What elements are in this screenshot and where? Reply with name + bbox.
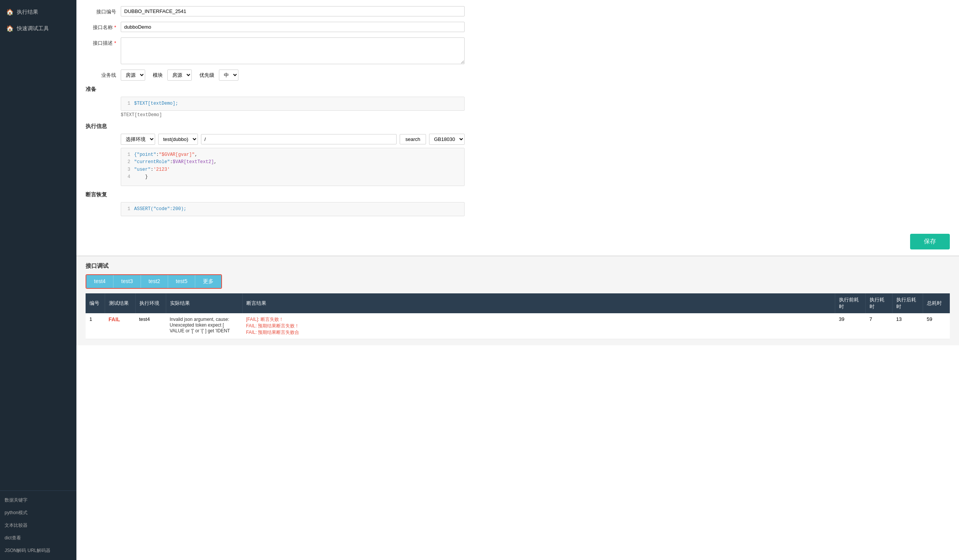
table-row: 1 FAIL test4 Invalid json argument, caus… bbox=[86, 313, 950, 339]
code-line-3: 3 "user":'2123' bbox=[124, 166, 461, 173]
code-content-4: } bbox=[134, 173, 148, 181]
interface-desc-row: 接口描述 bbox=[86, 37, 950, 64]
code-content-3: "user":'2123' bbox=[134, 166, 170, 173]
prepare-code-preview: $TEXT[textDemo] bbox=[121, 112, 465, 118]
sidebar-json-decode[interactable]: JSON解码 URL解码器 bbox=[0, 544, 76, 557]
th-result: 测试结果 bbox=[105, 293, 135, 313]
interface-number-row: 接口编号 bbox=[86, 6, 950, 16]
exec-env-select[interactable]: 选择环境 bbox=[121, 134, 155, 145]
prepare-code-line: 1 $TEXT[textDemo]; bbox=[124, 100, 461, 107]
env-tab-test3[interactable]: test3 bbox=[113, 275, 141, 288]
save-button[interactable]: 保存 bbox=[910, 234, 950, 249]
th-assert: 断言结果 bbox=[242, 293, 835, 313]
form-section: 接口编号 接口名称 接口描述 业务线 房源 模块 房源 优先级 bbox=[76, 0, 959, 228]
interface-desc-textarea[interactable] bbox=[121, 37, 465, 64]
td-post-time: 13 bbox=[893, 313, 923, 339]
code-line-4: 4 } bbox=[124, 173, 461, 181]
sidebar-text-compare[interactable]: 文本比较器 bbox=[0, 519, 76, 532]
code-content-2: "currentRole":$VAR[textText2], bbox=[134, 159, 217, 166]
assertion-code-editor[interactable]: 1 ASSERT("code":200); bbox=[121, 202, 465, 216]
actual-text: Invalid json argument, cause: Unexcepted… bbox=[170, 317, 230, 333]
interface-number-input[interactable] bbox=[121, 6, 465, 16]
td-pre-time: 39 bbox=[835, 313, 866, 339]
th-env: 执行环境 bbox=[135, 293, 166, 313]
td-assert: [FAIL]: 断言失败！ FAIL: 预期结果断言失败！ FAIL: 预期结果… bbox=[242, 313, 835, 339]
sidebar-item-quick-debug[interactable]: 🏠 快速调试工具 bbox=[0, 20, 76, 37]
dict-view-label: dict查看 bbox=[5, 535, 21, 541]
data-keyword-label: 数据关键字 bbox=[5, 497, 28, 503]
th-pre-time: 执行前耗时 bbox=[835, 293, 866, 313]
prepare-title: 准备 bbox=[86, 86, 950, 93]
interface-name-label: 接口名称 bbox=[86, 22, 116, 31]
env-tab-test4[interactable]: test4 bbox=[86, 275, 113, 288]
business-line-label: 业务线 bbox=[86, 70, 116, 79]
business-module-row: 业务线 房源 模块 房源 优先级 中 bbox=[86, 70, 950, 81]
exec-path-input[interactable] bbox=[201, 134, 397, 144]
sidebar-item-execution-results[interactable]: 🏠 执行结果 bbox=[0, 4, 76, 20]
debug-table-head: 编号 测试结果 执行环境 实际结果 断言结果 执行前耗时 执行耗时 执行后耗时 … bbox=[86, 293, 950, 313]
assertion-row: 1 ASSERT("code":200); bbox=[86, 202, 950, 216]
business-line-select[interactable]: 房源 bbox=[121, 70, 145, 81]
code-line-1: 1 {"point":"$GVAR[gvar]", bbox=[124, 151, 461, 159]
ln-4: 4 bbox=[124, 173, 130, 181]
td-total-time: 59 bbox=[923, 313, 950, 339]
td-actual: Invalid json argument, cause: Unexcepted… bbox=[166, 313, 242, 339]
exec-encoding-select[interactable]: GB18030 bbox=[429, 134, 465, 145]
sidebar-bottom: 数据关键字 python模式 文本比较器 dict查看 JSON解码 URL解码… bbox=[0, 490, 76, 560]
home-icon: 🏠 bbox=[6, 8, 14, 16]
assertion-code-text: ASSERT("code":200); bbox=[134, 206, 186, 212]
prepare-row: 1 $TEXT[textDemo]; $TEXT[textDemo] bbox=[86, 97, 950, 118]
exec-info-title: 执行信息 bbox=[86, 123, 950, 130]
sidebar-dict-view[interactable]: dict查看 bbox=[0, 532, 76, 544]
text-compare-label: 文本比较器 bbox=[5, 522, 28, 529]
module-select[interactable]: 房源 bbox=[167, 70, 192, 81]
home-icon-2: 🏠 bbox=[6, 25, 14, 32]
debug-table: 编号 测试结果 执行环境 实际结果 断言结果 执行前耗时 执行耗时 执行后耗时 … bbox=[86, 293, 950, 339]
ln-1: 1 bbox=[124, 151, 130, 159]
td-env: test4 bbox=[135, 313, 166, 339]
inline-selects: 房源 模块 房源 优先级 中 bbox=[121, 70, 238, 81]
line-number-1: 1 bbox=[124, 100, 130, 107]
env-tab-test5[interactable]: test5 bbox=[168, 275, 195, 288]
exec-controls: 选择环境 test(dubbo) search GB18030 1 bbox=[121, 134, 465, 186]
td-exec-time: 7 bbox=[866, 313, 893, 339]
th-actual: 实际结果 bbox=[166, 293, 242, 313]
sidebar-item-label: 执行结果 bbox=[17, 9, 38, 16]
env-tab-more[interactable]: 更多 bbox=[195, 275, 221, 288]
th-exec-time: 执行耗时 bbox=[866, 293, 893, 313]
prepare-editor-container: 1 $TEXT[textDemo]; $TEXT[textDemo] bbox=[121, 97, 465, 118]
ln-2: 2 bbox=[124, 159, 130, 166]
th-post-time: 执行后耗时 bbox=[893, 293, 923, 313]
sidebar-data-keyword[interactable]: 数据关键字 bbox=[0, 494, 76, 507]
assertion-ln-1: 1 bbox=[124, 206, 130, 213]
td-result: FAIL bbox=[105, 313, 135, 339]
assertion-editor-container: 1 ASSERT("code":200); bbox=[121, 202, 465, 216]
json-code-editor[interactable]: 1 {"point":"$GVAR[gvar]", 2 "currentRole… bbox=[121, 148, 465, 186]
env-tabs-container: test4 test3 test2 test5 更多 bbox=[86, 274, 222, 289]
th-total-time: 总耗时 bbox=[923, 293, 950, 313]
exec-method-select[interactable]: test(dubbo) bbox=[158, 134, 198, 145]
td-num: 1 bbox=[86, 313, 105, 339]
debug-section: 接口调试 test4 test3 test2 test5 更多 编号 bbox=[76, 256, 959, 345]
python-mode-label: python模式 bbox=[5, 510, 28, 516]
prepare-code-content: $TEXT[textDemo]; bbox=[134, 100, 178, 107]
assert-line3: FAIL: 预期结果断言失败合 bbox=[246, 329, 831, 336]
json-decode-label: JSON解码 bbox=[5, 547, 26, 554]
main-content: 接口编号 接口名称 接口描述 业务线 房源 模块 房源 优先级 bbox=[76, 0, 959, 560]
prepare-code-editor[interactable]: 1 $TEXT[textDemo]; bbox=[121, 97, 465, 111]
assertion-title: 断言恢复 bbox=[86, 191, 950, 198]
priority-label: 优先级 bbox=[199, 72, 214, 79]
priority-select[interactable]: 中 bbox=[219, 70, 238, 81]
ln-3: 3 bbox=[124, 166, 130, 173]
url-decode-label: URL解码器 bbox=[28, 547, 50, 554]
th-num: 编号 bbox=[86, 293, 105, 313]
search-button[interactable]: search bbox=[400, 134, 426, 144]
env-tab-test2[interactable]: test2 bbox=[141, 275, 168, 288]
fail-badge: FAIL bbox=[109, 316, 120, 322]
sidebar-python-mode[interactable]: python模式 bbox=[0, 507, 76, 519]
interface-name-input[interactable] bbox=[121, 22, 465, 32]
assertion-code-content: ASSERT("code":200); bbox=[134, 206, 186, 213]
prepare-code-text: $TEXT[textDemo]; bbox=[134, 101, 178, 106]
save-button-row: 保存 bbox=[76, 228, 959, 256]
module-label: 模块 bbox=[153, 72, 163, 79]
